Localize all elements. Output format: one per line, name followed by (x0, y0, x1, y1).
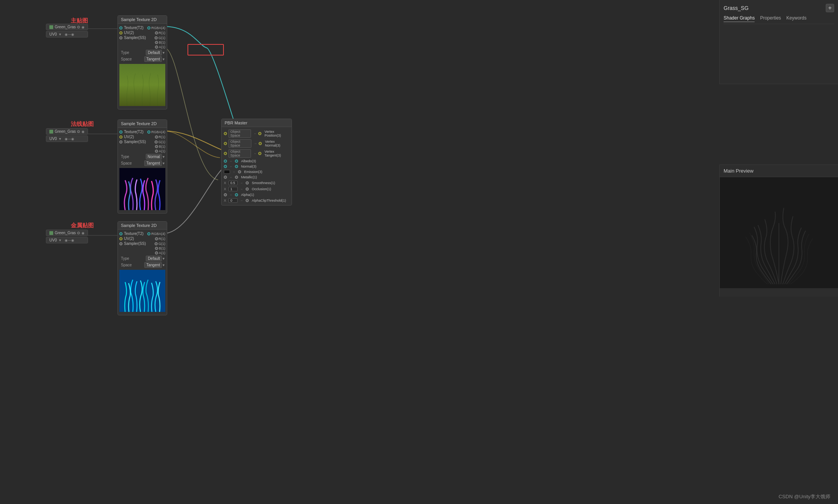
port-out-r-1 (155, 31, 158, 34)
tab-shader-graphs[interactable]: Shader Graphs (724, 15, 755, 22)
pbr-row-smoothness: X 0.5 ·· Smoothness(1) (222, 180, 292, 186)
node-sample-texture-3: Sample Texture 2D Texture(T2) RGBA(4) UV… (117, 221, 167, 315)
uv-dropdown-2[interactable]: ▼ (58, 137, 62, 141)
port-out-g-3 (155, 242, 158, 245)
badge-obj-space-2: Object Space (228, 139, 251, 148)
input-group-3: Green_Gras ⊙ ◉ UV0 ▼ ◉—◉ (46, 230, 88, 243)
emission-color-swatch[interactable] (224, 170, 230, 174)
badge-obj-space-1: Object Space (228, 129, 251, 138)
port-out-a-2 (155, 150, 158, 153)
dot-sep-smooth: ·· (241, 181, 243, 185)
port-indicator-2: ◉ (82, 130, 85, 134)
input-group-2: Green_Gras ⊙ ◉ UV0 ▼ ◉—◉ (46, 128, 88, 142)
pbr-row-metallic: ·· Metallic(1) (222, 175, 292, 180)
space-dropdown-3[interactable]: Tangent (144, 262, 162, 268)
tab-keywords[interactable]: Keywords (786, 15, 807, 22)
dot-sep-clip: ·· (241, 199, 243, 202)
type-dropdown-3[interactable]: Default (146, 256, 162, 261)
label-uv-1: UV(2) (124, 31, 153, 35)
section-normal-texture-label: 法线贴图 (71, 121, 94, 128)
port-in-uv-2 (119, 135, 122, 139)
node-body-2: Texture(T2) RGBA(4) UV(2) R(1) Sampler(S… (118, 128, 167, 213)
label-occlusion: Occlusion(1) (252, 187, 271, 191)
uv-label-3: UV0 (49, 238, 57, 242)
label-texture-t2-3: Texture(T2) (124, 232, 146, 236)
port-mid-occlusion (246, 188, 249, 191)
dot-sep-2: ·· (254, 142, 256, 145)
pbr-body: Object Space ·· Vertex Position(3) Objec… (222, 127, 292, 205)
panel-tabs: Shader Graphs Properties Keywords (724, 15, 834, 24)
space-dropdown-arrow-2: ▼ (162, 161, 165, 165)
port-in-sampler-2 (119, 140, 122, 144)
row-b-3: B(1) (118, 246, 167, 251)
label-rgba-3: RGBA(4) (151, 232, 165, 236)
type-dropdown-1[interactable]: Default (146, 50, 162, 55)
uv-port-1: ◉—◉ (65, 33, 74, 36)
port-mid-alpha (235, 193, 238, 196)
row-uv-1: UV(2) R(1) (118, 30, 167, 35)
label-alpha: Alpha(1) (241, 193, 254, 197)
port-in-texture-2 (119, 130, 122, 134)
port-in-vnorm (224, 142, 227, 145)
x-input-smoothness[interactable]: 0.5 (228, 181, 238, 185)
x-input-occlusion[interactable]: 1 (228, 187, 238, 191)
port-out-g-2 (155, 140, 158, 144)
port-mid-emission (238, 170, 241, 173)
space-dropdown-1[interactable]: Tangent (144, 56, 162, 62)
dot-sep-occlusion: ·· (241, 187, 243, 191)
type-label-3: Type (121, 256, 143, 261)
texture-name-3: Green_Gras ⊙ (55, 231, 80, 235)
dot-sep-alpha: ·· (230, 193, 232, 197)
label-uv-2: UV(2) (124, 135, 153, 139)
add-button[interactable]: + (826, 4, 834, 12)
port-mid-clip (246, 199, 249, 202)
row-type-3: Type Default ▼ (118, 255, 167, 262)
port-in-normal (224, 165, 227, 168)
tab-properties[interactable]: Properties (760, 15, 781, 22)
dropdown-arrow-3: ▼ (162, 257, 165, 261)
uv-chip-3[interactable]: UV0 ▼ ◉—◉ (46, 237, 88, 243)
label-vertex-normal: Vertex Normal(3) (265, 140, 289, 147)
port-out-rgba-3 (147, 232, 150, 235)
port-indicator-1: ◉ (82, 25, 85, 29)
port-in-uv-1 (119, 31, 122, 34)
port-out-b-1 (155, 41, 158, 44)
pbr-row-emission: ·· Emission(3) (222, 169, 292, 175)
space-label-3: Space (121, 263, 142, 267)
uv-dropdown-1[interactable]: ▼ (58, 33, 62, 36)
dot-sep-1: ·· (254, 132, 256, 135)
uv-chip-1[interactable]: UV0 ▼ ◉—◉ (46, 31, 88, 38)
port-out-r-3 (155, 237, 158, 240)
space-label-2: Space (121, 161, 142, 165)
texture-preview-2 (119, 168, 165, 210)
space-dropdown-2[interactable]: Tangent (144, 160, 162, 166)
uv-chip-2[interactable]: UV0 ▼ ◉—◉ (46, 135, 88, 142)
port-mid-vnorm (259, 142, 262, 145)
port-out-r-2 (155, 135, 158, 139)
input-group-1: Green_Gras ⊙ ◉ UV0 ▼ ◉—◉ (46, 24, 88, 38)
node-body-3: Texture(T2) RGBA(4) UV(2) R(1) Sampler(S… (118, 230, 167, 315)
row-b-2: B(1) (118, 144, 167, 149)
label-g-1: G(1) (158, 36, 165, 40)
uv-port-3: ◉—◉ (65, 238, 74, 242)
texture-chip-3: Green_Gras ⊙ ◉ (46, 230, 88, 236)
x-input-clip[interactable]: 0 (228, 198, 238, 203)
pbr-row-vertex-pos: Object Space ·· Vertex Position(3) (222, 129, 292, 139)
port-in-sampler-3 (119, 242, 122, 245)
grass-preview-svg (720, 177, 838, 288)
pbr-row-vertex-tangent: Object Space ·· Vertex Tangent(3) (222, 148, 292, 158)
uv-dropdown-3[interactable]: ▼ (58, 238, 62, 242)
label-rgba-1: RGBA(4) (151, 26, 165, 30)
port-in-metallic (224, 176, 227, 179)
texture-chip-2: Green_Gras ⊙ ◉ (46, 128, 88, 135)
label-a-3: A(1) (159, 251, 165, 255)
row-texture-t2-3: Texture(T2) RGBA(4) (118, 231, 167, 236)
pbr-row-albedo: ·· Albedo(3) (222, 158, 292, 164)
badge-obj-space-3: Object Space (228, 149, 251, 158)
port-in-sampler-1 (119, 36, 122, 39)
type-dropdown-2[interactable]: Normal (146, 154, 162, 160)
dropdown-arrow-2: ▼ (162, 155, 165, 159)
uv-label-2: UV0 (49, 137, 57, 141)
row-sampler-1: Sampler(SS) G(1) (118, 35, 167, 40)
dot-sep-3: ·· (254, 152, 256, 155)
